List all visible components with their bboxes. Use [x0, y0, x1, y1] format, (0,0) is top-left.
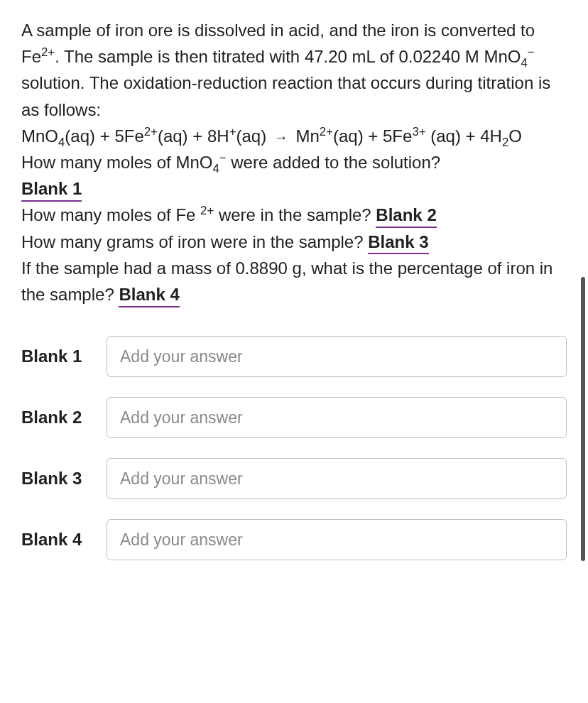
blank-4-input[interactable]: [107, 519, 567, 560]
text-segment: How many moles of MnO: [21, 153, 212, 172]
text-segment: were in the sample?: [214, 205, 376, 224]
scrollbar-track[interactable]: [582, 277, 585, 675]
arrow-icon: →: [271, 129, 291, 145]
blank-reference-2: Blank 2: [376, 205, 436, 228]
question-4: If the sample had a mass of 0.8890 g, wh…: [21, 255, 567, 307]
text-segment: solution. The oxidation-reduction reacti…: [21, 73, 550, 119]
text-segment: +: [461, 126, 480, 146]
superscript: 2+: [200, 204, 214, 217]
blank-3-label: Blank 3: [21, 469, 107, 489]
superscript: −: [219, 151, 227, 165]
text-segment: 5Fe: [383, 126, 412, 146]
text-segment: . The sample is then titrated with 47.20…: [55, 47, 521, 66]
blank-1-label: Blank 1: [21, 347, 107, 366]
text-segment: +: [95, 126, 114, 146]
text-segment: +: [188, 126, 207, 146]
text-segment: +: [364, 126, 383, 146]
superscript: +: [229, 125, 236, 138]
scrollbar-thumb[interactable]: [581, 277, 585, 561]
text-segment: How many grams of iron were in the sampl…: [21, 232, 368, 251]
superscript: 2+: [144, 125, 158, 138]
text-segment: O: [508, 126, 522, 146]
question-paragraph: A sample of iron ore is dissolved in aci…: [21, 17, 567, 123]
answer-row-4: Blank 4: [21, 519, 567, 560]
answer-row-2: Blank 2: [21, 397, 567, 438]
question-text: A sample of iron ore is dissolved in aci…: [21, 17, 567, 307]
question-1: How many moles of MnO4− were added to th…: [21, 149, 567, 175]
superscript: −: [528, 45, 535, 59]
blank-1-input[interactable]: [107, 336, 567, 377]
blank-reference-3: Blank 3: [368, 232, 428, 255]
text-segment: (aq): [65, 126, 95, 146]
answer-section: Blank 1 Blank 2 Blank 3 Blank 4: [21, 336, 567, 560]
answer-row-1: Blank 1: [21, 336, 567, 377]
blank-3-input[interactable]: [107, 458, 567, 499]
superscript: 3+: [412, 125, 425, 138]
text-segment: (aq): [158, 126, 188, 146]
subscript: 4: [58, 136, 65, 149]
question-3: How many grams of iron were in the sampl…: [21, 229, 567, 255]
subscript: 4: [521, 56, 528, 70]
blank-2-label: Blank 2: [21, 408, 107, 427]
text-segment: (aq): [430, 126, 461, 146]
text-segment: (aq): [333, 126, 364, 146]
blank-4-label: Blank 4: [21, 530, 107, 550]
question-2: How many moles of Fe 2+ were in the samp…: [21, 202, 567, 228]
superscript: 2+: [41, 45, 55, 59]
text-segment: MnO: [21, 126, 58, 146]
blank-1-line: Blank 1: [21, 175, 567, 202]
answer-row-3: Blank 3: [21, 458, 567, 499]
subscript: 4: [212, 162, 219, 175]
superscript: 2+: [320, 125, 333, 138]
blank-2-input[interactable]: [107, 397, 567, 438]
blank-reference-4: Blank 4: [119, 285, 179, 307]
text-segment: 5Fe: [114, 126, 143, 146]
subscript: 2: [502, 136, 508, 149]
text-segment: How many moles of Fe: [21, 205, 200, 224]
text-segment: were added to the solution?: [227, 153, 441, 172]
text-segment: 4H: [480, 126, 502, 146]
text-segment: 8H: [207, 126, 229, 146]
text-segment: If the sample had a mass of 0.8890 g, wh…: [21, 258, 552, 304]
equation-line: MnO4(aq) + 5Fe2+(aq) + 8H+(aq) → Mn2+(aq…: [21, 123, 567, 149]
text-segment: (aq): [236, 126, 266, 146]
text-segment: Mn: [295, 126, 319, 146]
blank-reference-1: Blank 1: [21, 179, 82, 202]
